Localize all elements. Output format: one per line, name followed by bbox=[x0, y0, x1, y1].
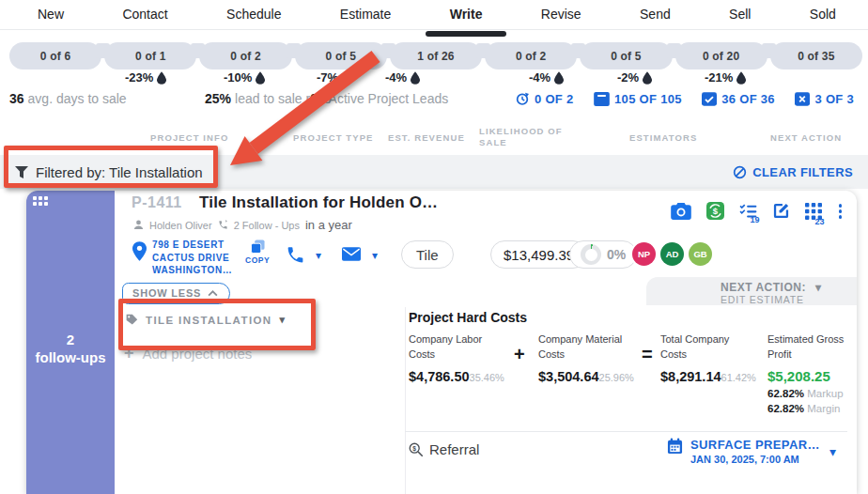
next-action-dropdown[interactable]: NEXT ACTION:▾ EDIT ESTIMATE bbox=[646, 277, 857, 305]
checklist-button[interactable]: 19 bbox=[739, 204, 757, 218]
checklist-count-badge: 19 bbox=[750, 215, 759, 224]
tab-send[interactable]: Send bbox=[632, 7, 678, 29]
tab-estimate[interactable]: Estimate bbox=[333, 7, 398, 29]
location-pin-icon bbox=[132, 241, 147, 265]
drop-stat: -4% bbox=[385, 70, 420, 85]
active-leads-stat: 67Active Project Leads bbox=[310, 91, 448, 106]
copy-address-button[interactable]: COPY bbox=[245, 239, 270, 265]
stage-chip[interactable]: 0 of 1 bbox=[104, 42, 196, 69]
filter-funnel-icon bbox=[15, 166, 28, 178]
column-header: ESTIMATORS bbox=[629, 132, 697, 143]
contact-name[interactable]: Holden Oliver bbox=[149, 220, 212, 231]
closed-counter[interactable]: 3 OF 3 bbox=[795, 92, 854, 106]
tab-revise[interactable]: Revise bbox=[534, 7, 589, 29]
row-divider bbox=[405, 431, 847, 432]
callback-phone-icon bbox=[218, 220, 228, 230]
droplet-icon bbox=[157, 71, 166, 85]
project-type-dropdown[interactable]: TILE INSTALLATION ▾ bbox=[126, 314, 286, 326]
droplet-icon bbox=[342, 71, 351, 85]
drop-stat: -4% bbox=[529, 70, 564, 85]
drag-handle-icon[interactable] bbox=[33, 196, 48, 206]
tabbar-divider bbox=[0, 29, 868, 30]
project-address-link[interactable]: 798 E DESERT CACTUS DRIVE WASHINGTON… bbox=[152, 239, 246, 277]
photos-button[interactable] bbox=[671, 203, 691, 220]
drop-stat: -7% bbox=[317, 70, 351, 85]
call-button[interactable] bbox=[286, 245, 305, 269]
next-appointment[interactable]: SURFACE PREPAR… JAN 30, 2025, 7:00 AM bbox=[667, 438, 820, 465]
appointment-chevron-icon[interactable]: ▾ bbox=[829, 444, 836, 459]
likelihood-pill: 0% bbox=[569, 240, 637, 269]
edit-button[interactable] bbox=[772, 202, 790, 220]
drop-stat: -21% bbox=[705, 70, 746, 85]
plus-icon: + bbox=[124, 345, 134, 362]
archive-counter[interactable]: 105 OF 105 bbox=[594, 92, 682, 106]
stage-chip[interactable]: 0 of 6 bbox=[9, 42, 101, 69]
droplet-icon bbox=[411, 71, 420, 85]
estimator-avatars: NP AD GB bbox=[632, 242, 712, 266]
droplet-icon bbox=[256, 71, 265, 85]
labor-cost-column: Company Labor Costs $4,786.5035.46% bbox=[409, 332, 499, 385]
stage-chip[interactable]: 0 of 2 bbox=[199, 42, 291, 69]
plus-operator: + bbox=[514, 344, 525, 365]
tab-contact[interactable]: Contact bbox=[115, 7, 175, 29]
svg-text:$: $ bbox=[712, 206, 718, 216]
add-project-notes-button[interactable]: + Add project notes bbox=[124, 345, 252, 362]
avatar: NP bbox=[632, 242, 656, 266]
email-button[interactable] bbox=[342, 247, 361, 265]
drop-stat: -23% bbox=[125, 70, 166, 85]
financing-button[interactable]: $ bbox=[706, 202, 724, 220]
stage-chip[interactable]: 0 of 5 bbox=[580, 42, 672, 69]
apps-grid-button[interactable]: 23 bbox=[805, 203, 822, 220]
tab-sold[interactable]: Sold bbox=[802, 7, 844, 29]
show-less-button[interactable]: SHOW LESS bbox=[122, 283, 230, 304]
column-header: NEXT ACTION bbox=[770, 132, 842, 143]
likelihood-donut bbox=[581, 244, 601, 265]
follow-up-window: in a year bbox=[305, 218, 352, 232]
phone-icon bbox=[286, 245, 305, 265]
tab-write[interactable]: Write bbox=[442, 7, 490, 29]
material-cost-column: Company Material Costs $3,504.6425.96% bbox=[538, 332, 636, 385]
droplet-icon bbox=[643, 71, 652, 85]
camera-icon bbox=[671, 203, 691, 220]
kpi-stats-row: 36avg. days to sale 25%lead to sale rati… bbox=[0, 91, 868, 110]
project-title[interactable]: Tile Installation for Holden O… bbox=[199, 193, 438, 212]
tab-schedule[interactable]: Schedule bbox=[219, 7, 288, 29]
project-type-chip: Tile bbox=[401, 240, 454, 269]
chevron-down-icon: ▾ bbox=[280, 314, 287, 326]
clear-filter-icon bbox=[733, 165, 747, 179]
tag-icon bbox=[126, 314, 138, 326]
follow-up-strip: 2 follow-ups bbox=[26, 191, 115, 494]
hard-costs-title: Project Hard Costs bbox=[409, 310, 527, 325]
chevron-down-icon: ▾ bbox=[815, 281, 822, 294]
stage-chip[interactable]: 0 of 5 bbox=[295, 42, 387, 69]
completed-counter[interactable]: 36 OF 36 bbox=[702, 92, 775, 106]
tab-new[interactable]: New bbox=[30, 7, 71, 29]
column-header: PROJECT TYPE bbox=[293, 132, 374, 143]
next-action-value: EDIT ESTIMATE bbox=[721, 294, 804, 305]
archive-icon bbox=[594, 92, 610, 106]
clear-filters-button[interactable]: CLEAR FILTERS bbox=[733, 165, 853, 179]
call-options-chevron-icon[interactable]: ▾ bbox=[316, 249, 321, 262]
stage-chip[interactable]: 0 of 2 bbox=[485, 42, 577, 69]
closed-square-icon bbox=[795, 92, 810, 106]
grid-count-badge: 23 bbox=[814, 217, 824, 226]
likelihood-value: 0% bbox=[607, 247, 626, 262]
task-counters: 0 OF 2 105 OF 105 36 OF 36 3 OF 3 bbox=[515, 91, 854, 106]
tab-sell[interactable]: Sell bbox=[721, 7, 758, 29]
pipeline-screen: New Contact Schedule Estimate Write Revi… bbox=[0, 0, 868, 494]
project-subheader: Holden Oliver 2 Follow - Ups in a year bbox=[133, 218, 352, 232]
column-header: EST. REVENUE bbox=[388, 132, 465, 143]
email-options-chevron-icon[interactable]: ▾ bbox=[372, 249, 378, 262]
equals-operator: = bbox=[642, 344, 653, 365]
stage-chip[interactable]: 0 of 35 bbox=[770, 42, 862, 69]
section-divider bbox=[405, 307, 406, 494]
more-options-button[interactable] bbox=[837, 202, 845, 221]
active-filter-label: Filtered by: Tile Installation bbox=[15, 164, 203, 180]
stage-chip[interactable]: 1 of 26 bbox=[390, 42, 482, 69]
stage-chip[interactable]: 0 of 20 bbox=[675, 42, 767, 69]
copy-icon bbox=[251, 239, 265, 254]
filter-bar: Filtered by: Tile Installation CLEAR FIL… bbox=[0, 155, 868, 189]
pending-counter[interactable]: 0 OF 2 bbox=[515, 91, 574, 106]
gross-profit-column: Estimated Gross Profit $5,208.25 62.82% … bbox=[767, 332, 857, 414]
chevron-up-icon bbox=[208, 290, 218, 297]
